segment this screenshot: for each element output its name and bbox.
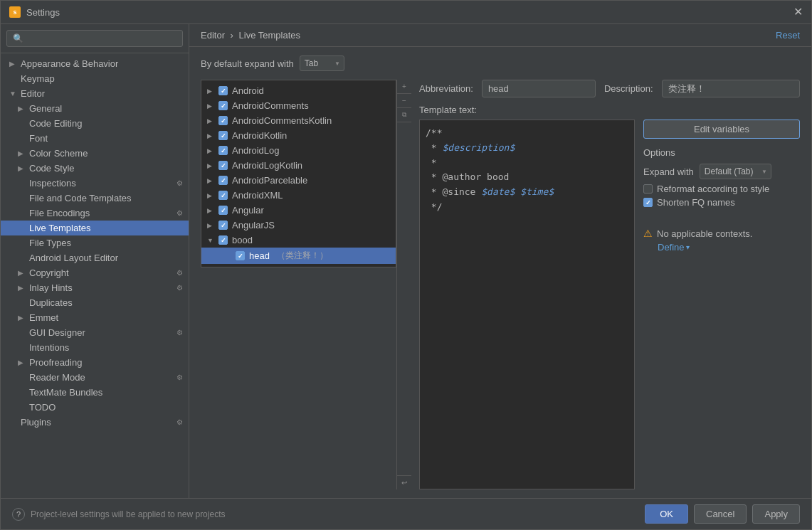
sidebar-item-editor[interactable]: ▼ Editor: [1, 86, 189, 101]
tpl-name: bood: [232, 235, 253, 245]
sidebar-item-gui-designer[interactable]: GUI Designer ⚙: [1, 325, 189, 340]
sidebar-item-label: Intentions: [29, 342, 69, 353]
breadcrumb-editor: Editor: [201, 30, 225, 41]
sidebar-item-proofreading[interactable]: ▶ Proofreading: [1, 355, 189, 370]
sidebar-item-intentions[interactable]: Intentions: [1, 340, 189, 355]
tpl-item-androidcomments[interactable]: ▶ AndroidComments: [201, 98, 396, 113]
breadcrumb-separator: ›: [231, 30, 233, 41]
expand-arrow-icon: ▼: [207, 237, 214, 244]
checkbox-angular[interactable]: [218, 206, 228, 215]
apply-button[interactable]: Apply: [752, 504, 800, 524]
tpl-comment: （类注释！）: [277, 250, 328, 262]
sidebar-item-label: TODO: [29, 402, 56, 413]
sidebar-item-file-encodings[interactable]: File Encodings ⚙: [1, 206, 189, 221]
tpl-item-bood[interactable]: ▼ bood: [201, 233, 396, 248]
sidebar-item-label: Color Scheme: [29, 148, 88, 159]
search-input[interactable]: [6, 30, 183, 47]
arrow-icon: ▶: [9, 60, 18, 68]
expand-arrow-icon: ▶: [207, 147, 214, 154]
checkbox-androidlog[interactable]: [218, 146, 228, 155]
sidebar-item-font[interactable]: Font: [1, 131, 189, 146]
checkbox-androidparcelable[interactable]: [218, 176, 228, 185]
sidebar-tree: ▶ Appearance & Behavior Keymap ▼ Editor …: [1, 53, 189, 498]
checkbox-androidlogkotlin[interactable]: [218, 161, 228, 170]
sidebar-item-label: Reader Mode: [29, 372, 85, 383]
close-button[interactable]: ✕: [793, 6, 803, 18]
checkbox-head[interactable]: [236, 251, 245, 260]
sidebar-item-label: Inspections: [29, 178, 76, 189]
breadcrumb-live-templates: Live Templates: [239, 30, 300, 41]
tpl-item-androidxml[interactable]: ▶ AndroidXML: [201, 188, 396, 203]
tpl-name: AngularJS: [232, 220, 275, 230]
sidebar-item-textmate[interactable]: TextMate Bundles: [1, 385, 189, 400]
sidebar-item-inlay-hints[interactable]: ▶ Inlay Hints ⚙: [1, 280, 189, 295]
tpl-item-head[interactable]: head （类注释！）: [201, 248, 396, 264]
tpl-item-androidlogkotlin[interactable]: ▶ AndroidLogKotlin: [201, 158, 396, 173]
breadcrumb-bar: Editor › Live Templates Reset: [189, 24, 811, 47]
expand-arrow-icon: ▶: [207, 132, 214, 139]
bottom-hint: Project-level settings will be applied t…: [31, 509, 225, 519]
expand-arrow-icon: ▶: [207, 117, 214, 124]
sidebar-item-todo[interactable]: TODO: [1, 400, 189, 415]
sidebar-item-code-editing[interactable]: Code Editing: [1, 116, 189, 131]
sidebar-item-inspections[interactable]: Inspections ⚙: [1, 176, 189, 191]
window-title: Settings: [26, 7, 60, 18]
tpl-item-android[interactable]: ▶ Android: [201, 83, 396, 98]
sidebar-item-file-code-templates[interactable]: File and Code Templates: [1, 191, 189, 206]
tpl-item-androidkotlin[interactable]: ▶ AndroidKotlin: [201, 128, 396, 143]
sidebar-item-code-style[interactable]: ▶ Code Style: [1, 161, 189, 176]
sidebar-item-general[interactable]: ▶ General: [1, 101, 189, 116]
sidebar-item-color-scheme[interactable]: ▶ Color Scheme: [1, 146, 189, 161]
tpl-item-angular[interactable]: ▶ Angular: [201, 203, 396, 218]
help-button[interactable]: ?: [12, 508, 25, 521]
settings-icon: ⚙: [176, 179, 183, 187]
tpl-item-androidcommentskotlin[interactable]: ▶ AndroidCommentsKotlin: [201, 113, 396, 128]
sidebar-item-duplicates[interactable]: Duplicates: [1, 295, 189, 310]
remove-template-button[interactable]: −: [397, 94, 411, 108]
sidebar-item-plugins[interactable]: Plugins ⚙: [1, 415, 189, 430]
sidebar-item-copyright[interactable]: ▶ Copyright ⚙: [1, 265, 189, 280]
sidebar-item-live-templates[interactable]: Live Templates: [1, 221, 189, 235]
checkbox-androidcommentskotlin[interactable]: [218, 116, 228, 125]
sidebar-item-reader-mode[interactable]: Reader Mode ⚙: [1, 370, 189, 385]
tpl-name: AndroidLog: [232, 145, 280, 156]
tpl-item-androidlog[interactable]: ▶ AndroidLog: [201, 143, 396, 158]
expand-with-select[interactable]: Tab Enter Space: [300, 55, 344, 71]
expand-with-options-select[interactable]: Default (Tab) Tab Enter Space: [700, 164, 771, 179]
tpl-item-androidparcelable[interactable]: ▶ AndroidParcelable: [201, 173, 396, 188]
description-label: Description:: [604, 83, 653, 94]
sidebar-item-label: Copyright: [29, 267, 69, 278]
checkbox-androidxml[interactable]: [218, 191, 228, 200]
settings-icon: ⚙: [176, 269, 183, 277]
sidebar-item-appearance[interactable]: ▶ Appearance & Behavior: [1, 56, 189, 71]
bottom-bar: ? Project-level settings will be applied…: [1, 498, 811, 529]
revert-template-button[interactable]: ↩: [397, 475, 411, 489]
sidebar-item-label: Live Templates: [29, 223, 90, 233]
abbreviation-input[interactable]: [482, 80, 596, 97]
define-link[interactable]: Define ▾: [658, 242, 800, 253]
sidebar-item-file-types[interactable]: File Types: [1, 235, 189, 250]
ok-button[interactable]: OK: [645, 504, 688, 524]
settings-window: s Settings ✕ ▶ Appearance & Behavior Key…: [0, 0, 812, 530]
add-template-button[interactable]: +: [397, 80, 411, 94]
sidebar-item-emmet[interactable]: ▶ Emmet: [1, 310, 189, 325]
tpl-item-angularjs[interactable]: ▶ AngularJS: [201, 218, 396, 233]
expand-arrow-icon: ▶: [207, 88, 214, 95]
sidebar-item-label: Plugins: [21, 417, 51, 428]
shorten-fq-label: Shorten FQ names: [657, 197, 735, 208]
checkbox-androidcomments[interactable]: [218, 101, 228, 110]
reset-button[interactable]: Reset: [776, 30, 800, 41]
copy-template-button[interactable]: ⧉: [397, 108, 411, 122]
shorten-fq-checkbox[interactable]: [643, 198, 653, 207]
checkbox-bood[interactable]: [218, 235, 228, 245]
edit-variables-button[interactable]: Edit variables: [643, 120, 800, 139]
checkbox-android[interactable]: [218, 86, 228, 95]
cancel-button[interactable]: Cancel: [694, 504, 747, 524]
checkbox-androidkotlin[interactable]: [218, 131, 228, 140]
sidebar-item-android-layout-editor[interactable]: Android Layout Editor: [1, 250, 189, 265]
reformat-checkbox[interactable]: [643, 184, 653, 194]
checkbox-angularjs[interactable]: [218, 221, 228, 230]
sidebar-item-keymap[interactable]: Keymap: [1, 71, 189, 86]
description-input[interactable]: [662, 80, 800, 97]
sidebar-item-label: Code Editing: [29, 118, 82, 129]
